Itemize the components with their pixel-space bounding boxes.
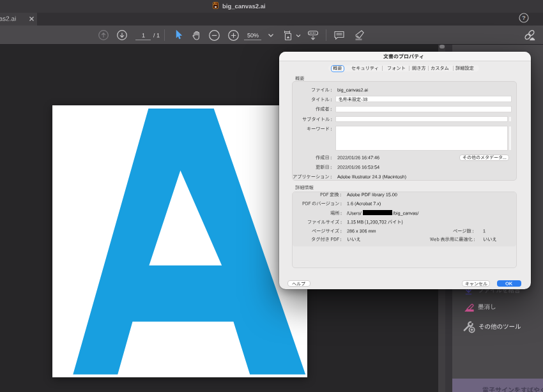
svg-text:?: ? bbox=[522, 14, 526, 21]
